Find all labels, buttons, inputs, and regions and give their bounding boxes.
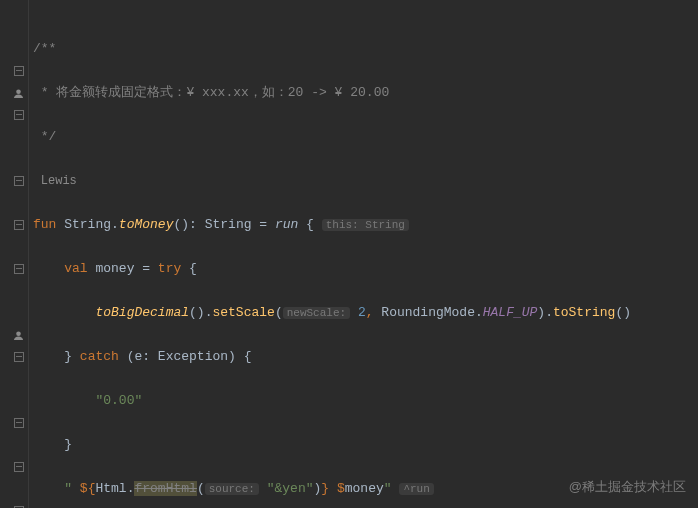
svg-point-1 [16,331,21,336]
template-close: } [321,481,329,496]
string-zero: "0.00" [95,393,142,408]
keyword-try: try [158,261,181,276]
code-editor[interactable]: /** * 将金额转成固定格式：¥ xxx.xx，如：20 -> ¥ 20.00… [0,0,698,508]
call-tobigdecimal: toBigDecimal [95,305,189,320]
literal-two: 2 [350,305,366,320]
fold-icon[interactable] [14,176,24,186]
comment-body: * 将金额转成固定格式：¥ xxx.xx，如：20 -> ¥ 20.00 [33,85,389,100]
fold-icon[interactable] [14,352,24,362]
inlay-hint-newscale: newScale: [283,307,350,319]
fold-icon[interactable] [14,462,24,472]
inlay-hint-this: this: String [322,219,409,231]
return-type: String [205,217,252,232]
author-annotation: Lewis [41,174,77,188]
author-icon [13,88,24,99]
code-area[interactable]: /** * 将金额转成固定格式：¥ xxx.xx，如：20 -> ¥ 20.00… [29,0,698,508]
author-icon [13,330,24,341]
call-tostring: toString [553,305,615,320]
gutter [0,0,29,508]
function-name: toMoney [119,217,174,232]
string-yen: "&yen" [259,481,314,496]
call-setscale: setScale [212,305,274,320]
receiver-type: String [64,217,111,232]
fold-icon[interactable] [14,110,24,120]
comment-close: */ [33,129,56,144]
run-call: run [275,217,298,232]
fold-icon[interactable] [14,220,24,230]
comment-open: /** [33,41,56,56]
inlay-hint-run: ^run [399,483,433,495]
fold-icon[interactable] [14,418,24,428]
keyword-val: val [64,261,87,276]
watermark: @稀土掘金技术社区 [569,476,686,498]
template-open: ${ [80,481,96,496]
inlay-hint-source: source: [205,483,259,495]
keyword-fun: fun [33,217,56,232]
fold-icon[interactable] [14,66,24,76]
keyword-catch: catch [72,349,127,364]
svg-point-0 [16,89,21,94]
rounding-halfup: HALF_UP [483,305,538,320]
fold-icon[interactable] [14,264,24,274]
ref-money: money [345,481,384,496]
deprecated-fromhtml: fromHtml [134,481,196,496]
